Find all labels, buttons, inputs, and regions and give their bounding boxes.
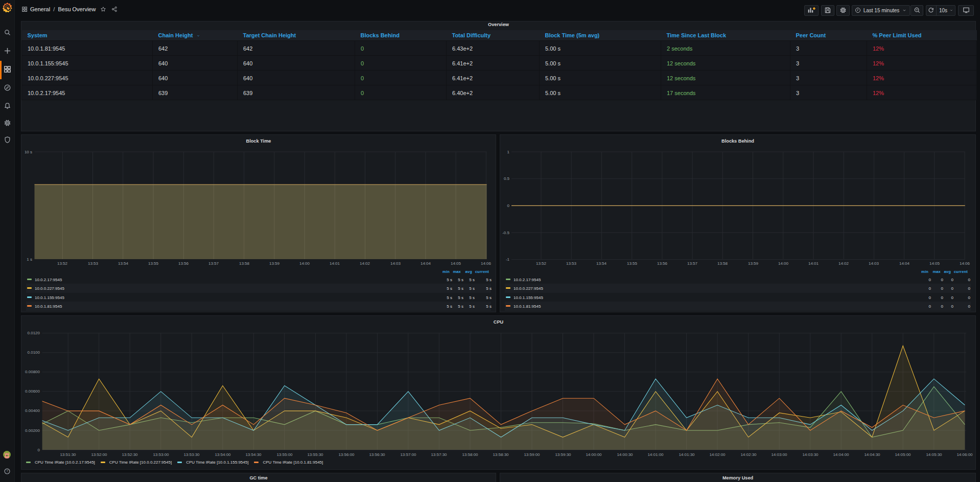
svg-text:?: ? [6, 469, 8, 473]
